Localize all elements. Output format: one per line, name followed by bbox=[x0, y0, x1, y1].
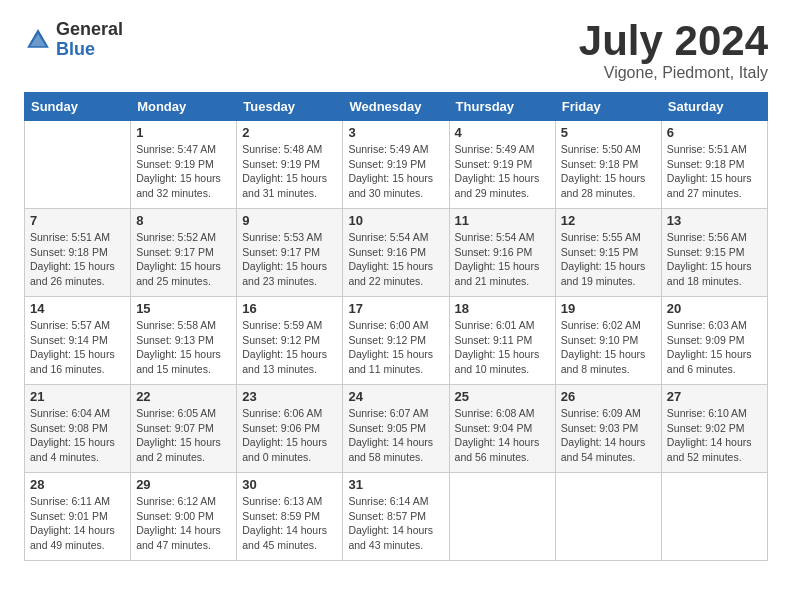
day-number: 10 bbox=[348, 213, 443, 228]
calendar-cell bbox=[555, 473, 661, 561]
calendar-cell: 8Sunrise: 5:52 AM Sunset: 9:17 PM Daylig… bbox=[131, 209, 237, 297]
day-info: Sunrise: 5:55 AM Sunset: 9:15 PM Dayligh… bbox=[561, 230, 656, 289]
day-info: Sunrise: 6:05 AM Sunset: 9:07 PM Dayligh… bbox=[136, 406, 231, 465]
calendar-cell: 25Sunrise: 6:08 AM Sunset: 9:04 PM Dayli… bbox=[449, 385, 555, 473]
calendar-cell: 20Sunrise: 6:03 AM Sunset: 9:09 PM Dayli… bbox=[661, 297, 767, 385]
day-info: Sunrise: 5:48 AM Sunset: 9:19 PM Dayligh… bbox=[242, 142, 337, 201]
day-number: 15 bbox=[136, 301, 231, 316]
calendar-cell: 4Sunrise: 5:49 AM Sunset: 9:19 PM Daylig… bbox=[449, 121, 555, 209]
day-number: 14 bbox=[30, 301, 125, 316]
calendar-cell: 10Sunrise: 5:54 AM Sunset: 9:16 PM Dayli… bbox=[343, 209, 449, 297]
day-info: Sunrise: 6:00 AM Sunset: 9:12 PM Dayligh… bbox=[348, 318, 443, 377]
week-row-1: 1Sunrise: 5:47 AM Sunset: 9:19 PM Daylig… bbox=[25, 121, 768, 209]
day-info: Sunrise: 6:14 AM Sunset: 8:57 PM Dayligh… bbox=[348, 494, 443, 553]
day-info: Sunrise: 6:11 AM Sunset: 9:01 PM Dayligh… bbox=[30, 494, 125, 553]
calendar-cell: 21Sunrise: 6:04 AM Sunset: 9:08 PM Dayli… bbox=[25, 385, 131, 473]
calendar-cell: 9Sunrise: 5:53 AM Sunset: 9:17 PM Daylig… bbox=[237, 209, 343, 297]
calendar-cell: 22Sunrise: 6:05 AM Sunset: 9:07 PM Dayli… bbox=[131, 385, 237, 473]
day-info: Sunrise: 5:51 AM Sunset: 9:18 PM Dayligh… bbox=[30, 230, 125, 289]
day-number: 2 bbox=[242, 125, 337, 140]
logo-general: General bbox=[56, 20, 123, 40]
day-number: 7 bbox=[30, 213, 125, 228]
calendar-cell: 28Sunrise: 6:11 AM Sunset: 9:01 PM Dayli… bbox=[25, 473, 131, 561]
day-info: Sunrise: 5:49 AM Sunset: 9:19 PM Dayligh… bbox=[455, 142, 550, 201]
calendar-cell bbox=[25, 121, 131, 209]
day-number: 12 bbox=[561, 213, 656, 228]
day-number: 9 bbox=[242, 213, 337, 228]
day-header-sunday: Sunday bbox=[25, 93, 131, 121]
calendar-cell: 26Sunrise: 6:09 AM Sunset: 9:03 PM Dayli… bbox=[555, 385, 661, 473]
calendar-cell: 14Sunrise: 5:57 AM Sunset: 9:14 PM Dayli… bbox=[25, 297, 131, 385]
day-info: Sunrise: 6:06 AM Sunset: 9:06 PM Dayligh… bbox=[242, 406, 337, 465]
day-number: 26 bbox=[561, 389, 656, 404]
day-info: Sunrise: 6:12 AM Sunset: 9:00 PM Dayligh… bbox=[136, 494, 231, 553]
day-info: Sunrise: 5:54 AM Sunset: 9:16 PM Dayligh… bbox=[455, 230, 550, 289]
day-info: Sunrise: 6:13 AM Sunset: 8:59 PM Dayligh… bbox=[242, 494, 337, 553]
day-info: Sunrise: 6:01 AM Sunset: 9:11 PM Dayligh… bbox=[455, 318, 550, 377]
day-number: 17 bbox=[348, 301, 443, 316]
day-info: Sunrise: 5:49 AM Sunset: 9:19 PM Dayligh… bbox=[348, 142, 443, 201]
calendar-cell: 30Sunrise: 6:13 AM Sunset: 8:59 PM Dayli… bbox=[237, 473, 343, 561]
day-number: 25 bbox=[455, 389, 550, 404]
day-info: Sunrise: 5:50 AM Sunset: 9:18 PM Dayligh… bbox=[561, 142, 656, 201]
day-header-thursday: Thursday bbox=[449, 93, 555, 121]
location-title: Vigone, Piedmont, Italy bbox=[579, 64, 768, 82]
week-row-3: 14Sunrise: 5:57 AM Sunset: 9:14 PM Dayli… bbox=[25, 297, 768, 385]
calendar-cell: 27Sunrise: 6:10 AM Sunset: 9:02 PM Dayli… bbox=[661, 385, 767, 473]
calendar-cell: 7Sunrise: 5:51 AM Sunset: 9:18 PM Daylig… bbox=[25, 209, 131, 297]
day-number: 16 bbox=[242, 301, 337, 316]
calendar-cell: 11Sunrise: 5:54 AM Sunset: 9:16 PM Dayli… bbox=[449, 209, 555, 297]
day-number: 27 bbox=[667, 389, 762, 404]
calendar-cell: 12Sunrise: 5:55 AM Sunset: 9:15 PM Dayli… bbox=[555, 209, 661, 297]
day-number: 1 bbox=[136, 125, 231, 140]
calendar-cell: 15Sunrise: 5:58 AM Sunset: 9:13 PM Dayli… bbox=[131, 297, 237, 385]
calendar-cell: 29Sunrise: 6:12 AM Sunset: 9:00 PM Dayli… bbox=[131, 473, 237, 561]
day-info: Sunrise: 6:02 AM Sunset: 9:10 PM Dayligh… bbox=[561, 318, 656, 377]
calendar-cell bbox=[661, 473, 767, 561]
day-number: 30 bbox=[242, 477, 337, 492]
day-number: 21 bbox=[30, 389, 125, 404]
logo-icon bbox=[24, 26, 52, 54]
day-number: 28 bbox=[30, 477, 125, 492]
day-info: Sunrise: 5:58 AM Sunset: 9:13 PM Dayligh… bbox=[136, 318, 231, 377]
day-number: 23 bbox=[242, 389, 337, 404]
day-info: Sunrise: 5:51 AM Sunset: 9:18 PM Dayligh… bbox=[667, 142, 762, 201]
day-number: 3 bbox=[348, 125, 443, 140]
page-header: General Blue July 2024 Vigone, Piedmont,… bbox=[24, 20, 768, 82]
day-info: Sunrise: 5:54 AM Sunset: 9:16 PM Dayligh… bbox=[348, 230, 443, 289]
calendar-cell: 18Sunrise: 6:01 AM Sunset: 9:11 PM Dayli… bbox=[449, 297, 555, 385]
day-number: 13 bbox=[667, 213, 762, 228]
day-info: Sunrise: 6:08 AM Sunset: 9:04 PM Dayligh… bbox=[455, 406, 550, 465]
calendar-cell: 31Sunrise: 6:14 AM Sunset: 8:57 PM Dayli… bbox=[343, 473, 449, 561]
month-title: July 2024 bbox=[579, 20, 768, 62]
day-number: 6 bbox=[667, 125, 762, 140]
day-info: Sunrise: 5:59 AM Sunset: 9:12 PM Dayligh… bbox=[242, 318, 337, 377]
calendar-table: SundayMondayTuesdayWednesdayThursdayFrid… bbox=[24, 92, 768, 561]
day-info: Sunrise: 6:10 AM Sunset: 9:02 PM Dayligh… bbox=[667, 406, 762, 465]
calendar-cell: 1Sunrise: 5:47 AM Sunset: 9:19 PM Daylig… bbox=[131, 121, 237, 209]
day-info: Sunrise: 5:47 AM Sunset: 9:19 PM Dayligh… bbox=[136, 142, 231, 201]
day-info: Sunrise: 5:56 AM Sunset: 9:15 PM Dayligh… bbox=[667, 230, 762, 289]
day-header-friday: Friday bbox=[555, 93, 661, 121]
title-block: July 2024 Vigone, Piedmont, Italy bbox=[579, 20, 768, 82]
calendar-cell: 16Sunrise: 5:59 AM Sunset: 9:12 PM Dayli… bbox=[237, 297, 343, 385]
day-header-tuesday: Tuesday bbox=[237, 93, 343, 121]
day-number: 20 bbox=[667, 301, 762, 316]
day-number: 31 bbox=[348, 477, 443, 492]
day-header-saturday: Saturday bbox=[661, 93, 767, 121]
calendar-cell: 13Sunrise: 5:56 AM Sunset: 9:15 PM Dayli… bbox=[661, 209, 767, 297]
calendar-cell: 23Sunrise: 6:06 AM Sunset: 9:06 PM Dayli… bbox=[237, 385, 343, 473]
week-row-5: 28Sunrise: 6:11 AM Sunset: 9:01 PM Dayli… bbox=[25, 473, 768, 561]
calendar-cell: 5Sunrise: 5:50 AM Sunset: 9:18 PM Daylig… bbox=[555, 121, 661, 209]
day-info: Sunrise: 6:04 AM Sunset: 9:08 PM Dayligh… bbox=[30, 406, 125, 465]
day-number: 19 bbox=[561, 301, 656, 316]
day-number: 5 bbox=[561, 125, 656, 140]
calendar-cell: 19Sunrise: 6:02 AM Sunset: 9:10 PM Dayli… bbox=[555, 297, 661, 385]
calendar-cell: 17Sunrise: 6:00 AM Sunset: 9:12 PM Dayli… bbox=[343, 297, 449, 385]
logo-text: General Blue bbox=[56, 20, 123, 60]
day-info: Sunrise: 6:09 AM Sunset: 9:03 PM Dayligh… bbox=[561, 406, 656, 465]
day-number: 8 bbox=[136, 213, 231, 228]
calendar-cell: 24Sunrise: 6:07 AM Sunset: 9:05 PM Dayli… bbox=[343, 385, 449, 473]
day-info: Sunrise: 5:57 AM Sunset: 9:14 PM Dayligh… bbox=[30, 318, 125, 377]
day-number: 18 bbox=[455, 301, 550, 316]
